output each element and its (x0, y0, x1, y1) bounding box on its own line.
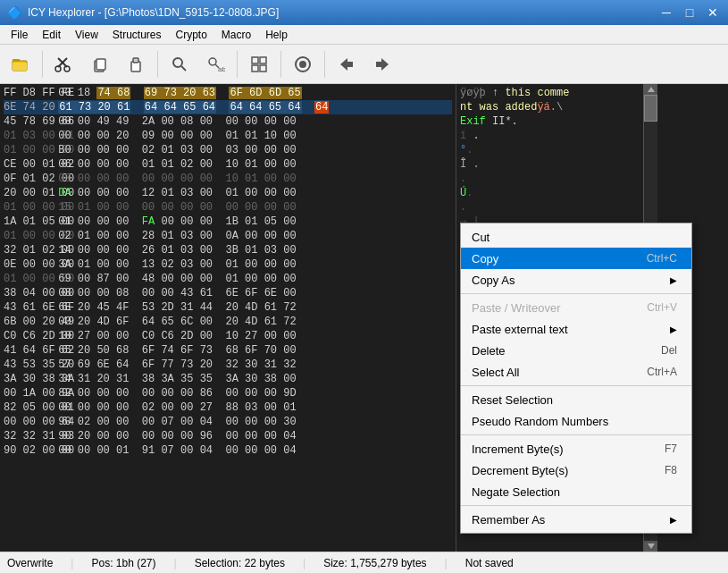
svg-point-11 (173, 58, 182, 67)
ctx-decrement-byte[interactable]: Decrement Byte(s) F8 (461, 459, 691, 481)
toolbar-goto[interactable] (242, 47, 276, 81)
ctx-delete[interactable]: Delete Del (461, 340, 691, 361)
hex-row: 43 53 35 20 57 69 6E 64 6F 77 73 20 32 3… (4, 358, 452, 372)
toolbar-search[interactable] (163, 47, 197, 81)
hex-row: 45 78 69 66 00 00 49 49 2A 00 08 00 00 0… (4, 114, 452, 129)
toolbar-forward[interactable] (365, 47, 399, 81)
toolbar-sep-4 (280, 51, 281, 78)
toolbar-sep-2 (157, 51, 158, 78)
toolbar-copy[interactable] (83, 47, 117, 81)
svg-point-21 (299, 61, 306, 68)
ctx-increment-byte[interactable]: Increment Byte(s) F7 (461, 438, 691, 459)
status-mode: Overwrite (7, 557, 53, 569)
ascii-row: nt was addedÿá.\ (460, 100, 640, 114)
hex-left-panel: FF D8 FF FE 00 18 74 68 69 73 20 63 6F 6… (0, 84, 456, 552)
ascii-row: . (460, 172, 640, 186)
menu-view[interactable]: View (68, 25, 105, 45)
ascii-row: Î . (460, 157, 640, 172)
hex-row: 00 00 00 64 90 02 00 00 00 07 00 04 00 0… (4, 415, 452, 429)
main-area: FF D8 FF FE 00 18 74 68 69 73 20 63 6F 6… (0, 84, 728, 552)
svg-marker-24 (381, 58, 389, 71)
status-position: Pos: 1bh (27) (91, 557, 155, 569)
hex-row: C0 C6 2D 00 10 27 00 00 C0 C6 2D 00 10 2… (4, 329, 452, 343)
hex-row: 6E 74 20 77 61 73 20 61 64 64 65 64 64 6… (4, 100, 452, 114)
status-saved: Not saved (465, 557, 514, 569)
svg-text:ab: ab (218, 65, 225, 73)
ctx-reset-selection[interactable]: Reset Selection (461, 389, 691, 410)
ctx-negate-selection[interactable]: Negate Selection (461, 481, 691, 502)
titlebar: 🔷 ICY Hexplorer - [G:\Photos\1DN_5915-12… (0, 0, 728, 25)
ctx-cut[interactable]: Cut (461, 226, 691, 248)
ctx-pseudo-random[interactable]: Pseudo Random Numbers (461, 410, 691, 432)
hex-row: 00 1A 00 9A 82 00 00 00 00 00 00 86 00 0… (4, 386, 452, 400)
ctx-copy-as[interactable]: Copy As ▶ (461, 269, 691, 291)
menu-structures[interactable]: Structures (105, 25, 169, 45)
close-button[interactable]: ✕ (701, 0, 724, 25)
titlebar-title: ICY Hexplorer - [G:\Photos\1DN_5915-12-0… (28, 6, 279, 19)
ctx-sep-4 (461, 505, 691, 506)
svg-rect-23 (347, 62, 353, 67)
titlebar-controls: ─ □ ✕ (655, 0, 724, 25)
menu-file[interactable]: File (4, 25, 35, 45)
toolbar-back[interactable] (330, 47, 364, 81)
status-selection: Selection: 22 bytes (195, 557, 285, 569)
statusbar: Overwrite | Pos: 1bh (27) | Selection: 2… (0, 552, 728, 573)
hex-row: 0F 01 02 00 00 00 00 00 00 00 00 00 10 0… (4, 172, 452, 186)
menu-help[interactable]: Help (258, 25, 295, 45)
svg-rect-17 (260, 57, 266, 63)
hex-row: 01 00 00 00 15 01 00 00 00 00 00 00 00 0… (4, 200, 452, 215)
toolbar-paste[interactable] (119, 47, 153, 81)
hex-row: FF D8 FF FE 00 18 74 68 69 73 20 63 6F 6… (4, 86, 452, 100)
svg-marker-22 (340, 58, 347, 71)
ctx-paste-external[interactable]: Paste external text ▶ (461, 318, 691, 340)
context-menu: Cut Copy Ctrl+C Copy As ▶ Paste / Writeo… (460, 223, 692, 534)
ctx-sep-2 (461, 385, 691, 386)
ascii-row: î . (460, 129, 640, 143)
ascii-row: °. (460, 143, 640, 157)
hex-row: 0E 00 00 00 3A 01 00 00 13 02 03 00 01 0… (4, 257, 452, 272)
hex-row: 01 00 00 00 02 01 00 00 28 01 03 00 0A 0… (4, 229, 452, 243)
toolbar-sep-3 (237, 51, 238, 78)
svg-rect-2 (13, 63, 27, 71)
menu-edit[interactable]: Edit (35, 25, 68, 45)
svg-rect-16 (252, 57, 258, 63)
hex-row: 20 00 01 00 DA 00 00 00 12 01 03 00 01 0… (4, 186, 452, 200)
menu-crypto[interactable]: Crypto (169, 25, 214, 45)
toolbar-findreplace[interactable]: ab (198, 47, 232, 81)
toolbar-bookmark[interactable] (286, 47, 320, 81)
toolbar-open[interactable] (4, 47, 38, 81)
hex-row: 1A 01 05 00 01 00 00 00 FA 00 00 00 1B 0… (4, 215, 452, 229)
svg-rect-19 (260, 65, 266, 72)
svg-rect-8 (96, 59, 105, 70)
app-icon: 🔷 (7, 5, 22, 20)
svg-rect-18 (252, 65, 258, 72)
hex-row: 01 00 00 00 69 00 87 00 48 00 00 00 01 0… (4, 272, 452, 286)
hex-row: 01 03 00 01 00 00 00 20 09 00 00 00 01 0… (4, 129, 452, 143)
titlebar-left: 🔷 ICY Hexplorer - [G:\Photos\1DN_5915-12… (7, 5, 279, 20)
scroll-up[interactable] (644, 84, 657, 95)
ctx-sep-1 (461, 293, 691, 294)
svg-point-13 (209, 58, 216, 65)
hex-row: 32 32 31 03 90 20 00 00 00 00 00 96 00 0… (4, 429, 452, 443)
hex-row: 01 00 00 00 B0 00 00 00 02 01 03 00 03 0… (4, 143, 452, 157)
ctx-remember-as[interactable]: Remember As ▶ (461, 509, 691, 530)
ctx-paste[interactable]: Paste / Writeover Ctrl+V (461, 297, 691, 318)
ctx-copy[interactable]: Copy Ctrl+C (461, 248, 691, 269)
scroll-down[interactable] (644, 541, 657, 552)
hex-row: 82 05 00 01 00 00 00 00 02 00 00 27 88 0… (4, 400, 452, 415)
ascii-row: Ú. (460, 186, 640, 200)
hex-row: 6B 00 20 49 00 20 4D 6F 64 65 6C 00 20 4… (4, 315, 452, 329)
svg-line-12 (181, 66, 186, 71)
scroll-thumb[interactable] (644, 95, 657, 122)
maximize-button[interactable]: □ (678, 0, 701, 25)
hex-row: 43 61 6E 6F 6E 20 45 4F 53 2D 31 44 20 4… (4, 300, 452, 315)
toolbar-sep-5 (324, 51, 325, 78)
hex-row: 3A 30 38 3A 34 31 20 31 38 3A 35 35 3A 3… (4, 372, 452, 386)
ctx-select-all[interactable]: Select All Ctrl+A (461, 361, 691, 383)
svg-rect-25 (376, 62, 381, 67)
menu-macro[interactable]: Macro (214, 25, 258, 45)
minimize-button[interactable]: ─ (655, 0, 678, 25)
ctx-sep-3 (461, 434, 691, 435)
toolbar-cut[interactable] (47, 47, 81, 81)
menubar: File Edit View Structures Crypto Macro H… (0, 25, 728, 45)
